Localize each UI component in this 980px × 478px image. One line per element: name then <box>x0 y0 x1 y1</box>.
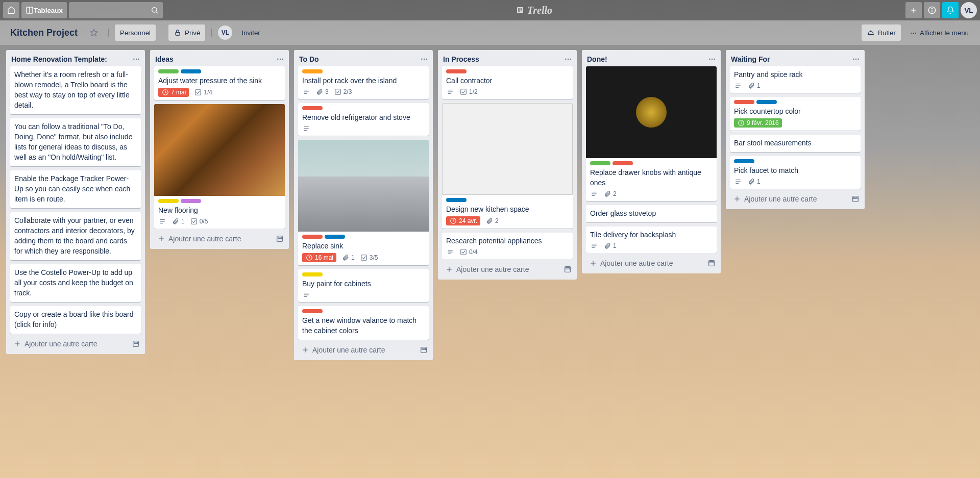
create-from-template-button[interactable] <box>132 340 140 348</box>
description-icon <box>302 88 310 96</box>
list-menu-button[interactable]: ⋯ <box>852 55 860 63</box>
label-green[interactable] <box>158 69 179 73</box>
list-menu-button[interactable]: ⋯ <box>565 55 572 63</box>
list-title[interactable]: Done! <box>587 55 607 63</box>
card[interactable]: Enable the Package Tracker Power-Up so y… <box>10 170 141 208</box>
card[interactable]: Order glass stovetop <box>586 205 717 222</box>
checklist-icon <box>194 88 202 96</box>
create-from-template-button[interactable] <box>707 259 716 267</box>
label-red[interactable] <box>302 309 323 313</box>
card[interactable]: You can follow a traditional "To Do, Doi… <box>10 118 141 166</box>
description-badge <box>734 82 742 90</box>
add-card-button[interactable]: Ajouter une autre carte <box>587 257 675 269</box>
list-menu-button[interactable]: ⋯ <box>133 55 140 63</box>
butler-button[interactable]: Butler <box>862 24 901 41</box>
boards-button[interactable]: Tableaux <box>21 2 67 18</box>
card[interactable]: Replace sink16 mai13/5 <box>298 140 429 265</box>
card[interactable]: Pick faucet to match1 <box>730 156 861 189</box>
svg-point-2 <box>152 8 156 12</box>
svg-rect-33 <box>335 89 340 95</box>
card[interactable]: Design new kitchen space24 avr.2 <box>442 103 573 229</box>
clock-icon <box>305 254 313 262</box>
card[interactable]: Tile delivery for backsplash1 <box>586 227 717 253</box>
add-card-button[interactable]: Ajouter une autre carte <box>731 193 819 205</box>
card[interactable]: Remove old refrigerator and stove <box>298 103 429 136</box>
star-button[interactable] <box>86 24 102 41</box>
card[interactable]: Adjust water pressure of the sink7 mai1/… <box>154 66 285 100</box>
plus-icon <box>157 235 165 243</box>
home-button[interactable] <box>3 2 19 18</box>
create-from-template-button[interactable] <box>851 195 860 203</box>
label-blue[interactable] <box>734 159 754 163</box>
svg-rect-68 <box>710 262 714 263</box>
card[interactable]: Pantry and spice rack1 <box>730 66 861 93</box>
label-orange[interactable] <box>302 69 323 73</box>
label-red[interactable] <box>446 69 467 73</box>
card-labels <box>302 272 425 276</box>
info-button[interactable] <box>924 2 940 18</box>
attachments-badge: 2 <box>485 217 499 225</box>
list-title[interactable]: In Process <box>443 55 479 63</box>
list-title[interactable]: Waiting For <box>731 55 770 63</box>
label-blue[interactable] <box>181 69 201 73</box>
card[interactable]: Pick countertop color9 févr. 2016 <box>730 97 861 131</box>
list-title[interactable]: To Do <box>299 55 319 63</box>
label-red[interactable] <box>302 235 323 239</box>
separator <box>108 29 109 37</box>
checklist-icon <box>459 248 468 256</box>
user-avatar[interactable]: VL <box>961 2 977 18</box>
card[interactable]: Copy or create a board like this board (… <box>10 306 141 334</box>
add-card-button[interactable]: Ajouter une autre carte <box>443 263 531 275</box>
board-member-avatar[interactable]: VL <box>218 26 232 40</box>
label-purple[interactable] <box>181 199 201 203</box>
card[interactable]: Use the Costello Power-Up to add up all … <box>10 264 141 302</box>
label-red[interactable] <box>612 161 633 165</box>
list-menu-button[interactable]: ⋯ <box>277 55 284 63</box>
list-title[interactable]: Ideas <box>155 55 174 63</box>
card[interactable]: Replace drawer knobs with antique ones2 <box>586 66 717 201</box>
list-title[interactable]: Home Renovation Template: <box>11 55 107 63</box>
add-card-button[interactable]: Ajouter une autre carte <box>299 344 387 356</box>
notifications-button[interactable] <box>942 2 959 18</box>
board-canvas[interactable]: Home Renovation Template: ⋯ Whether it's… <box>0 45 980 478</box>
label-red[interactable] <box>734 100 754 104</box>
board-title[interactable]: Kitchen Project <box>6 28 82 38</box>
list-header: Waiting For ⋯ <box>726 50 865 66</box>
trello-logo[interactable]: Trello <box>516 5 552 16</box>
card[interactable]: New flooring10/5 <box>154 104 285 229</box>
add-button[interactable] <box>905 2 922 18</box>
add-card-button[interactable]: Ajouter une autre carte <box>11 338 99 350</box>
list-menu-button[interactable]: ⋯ <box>421 55 428 63</box>
card[interactable]: Research potential appliances0/4 <box>442 233 573 259</box>
card[interactable]: Call contractor1/2 <box>442 66 573 99</box>
card[interactable]: Buy paint for cabinets <box>298 269 429 302</box>
label-red[interactable] <box>302 106 323 110</box>
card[interactable]: Collaborate with your partner, or even c… <box>10 212 141 260</box>
list: Ideas ⋯ Adjust water pressure of the sin… <box>150 50 289 249</box>
list-menu-button[interactable]: ⋯ <box>708 55 716 63</box>
label-blue[interactable] <box>446 198 467 202</box>
card[interactable]: Bar stool measurements <box>730 135 861 152</box>
privacy-button[interactable]: Privé <box>168 24 205 41</box>
show-menu-button[interactable]: ⋯ Afficher le menu <box>905 24 974 41</box>
label-blue[interactable] <box>325 235 345 239</box>
team-button[interactable]: Personnel <box>115 24 156 41</box>
card[interactable]: Whether it's a room refresh or a full-bl… <box>10 66 141 114</box>
label-green[interactable] <box>590 161 610 165</box>
add-card-button[interactable]: Ajouter une autre carte <box>155 233 243 245</box>
label-yellow[interactable] <box>158 199 179 203</box>
label-yellow[interactable] <box>302 272 323 276</box>
card-labels <box>302 69 425 73</box>
invite-button[interactable]: Inviter <box>236 29 265 37</box>
card[interactable]: Install pot rack over the island32/3 <box>298 66 429 99</box>
create-from-template-button[interactable] <box>420 346 428 354</box>
description-badge <box>590 242 598 250</box>
create-from-template-button[interactable] <box>564 265 572 273</box>
list-footer: Ajouter une autre carte <box>150 229 289 249</box>
label-blue[interactable] <box>756 100 777 104</box>
card[interactable]: Get a new window valance to match the ca… <box>298 306 429 340</box>
create-from-template-button[interactable] <box>276 235 284 243</box>
search-input[interactable] <box>69 2 163 18</box>
card-title: Whether it's a room refresh or a full-bl… <box>14 69 137 110</box>
list-footer: Ajouter une autre carte <box>294 340 433 360</box>
